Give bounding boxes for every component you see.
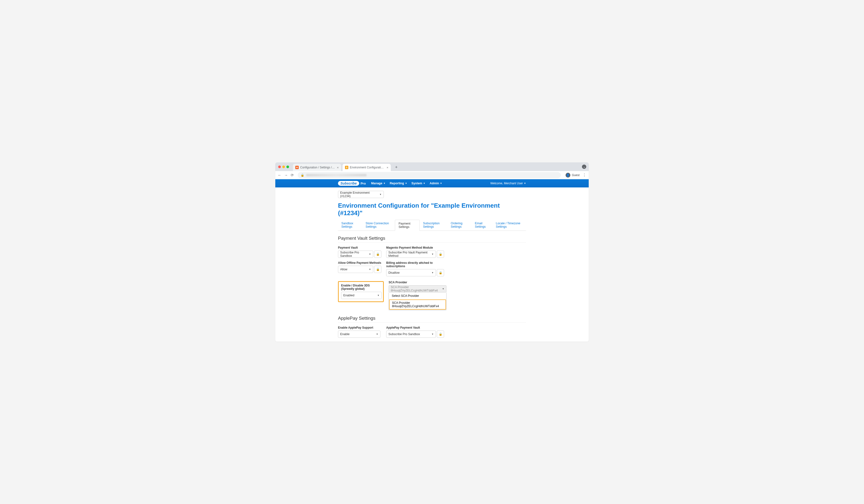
- section-applepay: ApplePay Settings: [338, 316, 526, 323]
- lock-icon: 🔒: [439, 271, 442, 274]
- maximize-window-icon[interactable]: [286, 165, 289, 168]
- sca-option-selected[interactable]: SCA Provider 8HsuqlZVyZELCcgHdhUWTddiFx4: [389, 299, 446, 310]
- lock-button[interactable]: 🔒: [437, 331, 444, 338]
- window-controls: [278, 165, 289, 168]
- back-button[interactable]: ←: [278, 173, 281, 177]
- browser-window: M Configuration / Settings / Stor… × S E…: [275, 162, 589, 342]
- label-payment-vault: Payment Vault: [338, 246, 381, 249]
- chevron-down-icon: ▼: [432, 253, 434, 255]
- lock-button[interactable]: 🔒: [374, 266, 381, 273]
- url-obscured: [306, 174, 367, 176]
- highlight-3ds: Enable / Disable 3DS (Spreedly global) E…: [338, 281, 384, 302]
- profile-label: Guest: [572, 173, 579, 177]
- lock-icon: 🔒: [439, 332, 442, 336]
- chevron-down-icon: ▼: [405, 182, 407, 185]
- lock-button[interactable]: 🔒: [374, 250, 381, 258]
- tab-locale[interactable]: Locale / Timezone Settings: [492, 220, 526, 231]
- address-bar: ← → ⟳ 🔒 👤 Guest ⋮: [275, 171, 589, 179]
- label-magento-module: Magento Payment Method Module: [386, 246, 444, 249]
- tab-email[interactable]: Email Settings: [471, 220, 492, 231]
- page-body: Example Environment (#1234)▼ Environment…: [275, 187, 589, 342]
- menu-manage[interactable]: Manage▼: [371, 182, 385, 185]
- label-billing: Billing address directly attched to subs…: [386, 261, 444, 268]
- chevron-down-icon: ▼: [432, 271, 434, 274]
- label-applepay-enable: Enable ApplePay Support: [338, 326, 381, 329]
- tab-payment[interactable]: Payment Settings: [395, 220, 420, 231]
- settings-tabs: Sandbox Settings Store Connection Settin…: [338, 220, 526, 231]
- section-payment-vault: Payment Vault Settings: [338, 236, 526, 243]
- minimize-window-icon[interactable]: [282, 165, 285, 168]
- chevron-down-icon: ▼: [376, 333, 378, 335]
- label-3ds: Enable / Disable 3DS (Spreedly global): [341, 284, 381, 291]
- label-sca-provider: SCA Provider: [388, 281, 446, 284]
- chevron-down-icon: ▼: [383, 182, 385, 185]
- url-field[interactable]: 🔒: [298, 172, 561, 178]
- tab-title: Configuration / Settings / Stor…: [300, 166, 335, 169]
- sca-provider-select[interactable]: SCA Provider 8HsuqlZVyZELCcgHdhUWTddiFx4…: [388, 285, 446, 293]
- sca-option[interactable]: Select SCA Provider: [389, 293, 446, 299]
- tab-subscription[interactable]: Subscription Settings: [420, 220, 447, 231]
- tab-sandbox[interactable]: Sandbox Settings: [338, 220, 362, 231]
- lock-button[interactable]: 🔒: [437, 250, 444, 258]
- new-tab-button[interactable]: +: [393, 164, 399, 170]
- payment-vault-select[interactable]: Subscribe Pro Sandbox▼: [338, 250, 373, 258]
- chevron-down-icon: ▼: [524, 182, 526, 185]
- brand-logo: Subscribe: [338, 181, 359, 186]
- close-window-icon[interactable]: [278, 165, 281, 168]
- menu-reporting[interactable]: Reporting▼: [390, 182, 407, 185]
- lock-icon: 🔒: [439, 253, 442, 256]
- reload-button[interactable]: ⟳: [291, 173, 294, 177]
- applepay-vault-select[interactable]: Subscribe Pro Sandbox▼: [386, 331, 436, 338]
- browser-menu-icon[interactable]: ⋮: [583, 174, 586, 176]
- chevron-down-icon: ▼: [380, 193, 382, 196]
- browser-tab-magento[interactable]: M Configuration / Settings / Stor… ×: [293, 164, 341, 171]
- profile-badge[interactable]: 👤 Guest: [566, 173, 579, 177]
- magento-module-select[interactable]: Subscribe Pro Vault Payment Method▼: [386, 250, 436, 258]
- main-menu: Manage▼ Reporting▼ System▼ Admin▼: [371, 182, 442, 185]
- lock-icon: 🔒: [376, 253, 380, 256]
- chevron-down-icon: ▼: [442, 288, 444, 290]
- threeds-select[interactable]: Enabled▼: [341, 292, 382, 299]
- subscribepro-favicon-icon: S: [345, 166, 348, 169]
- menu-system[interactable]: System▼: [411, 182, 425, 185]
- chevron-down-icon: ▼: [369, 268, 371, 271]
- app-header: Subscribe Pro Manage▼ Reporting▼ System▼…: [275, 179, 589, 187]
- tab-store-connection[interactable]: Store Connection Settings: [362, 220, 395, 231]
- tab-overflow-icon[interactable]: ⌄: [582, 164, 586, 169]
- lock-icon: 🔒: [301, 173, 304, 177]
- close-tab-icon[interactable]: ×: [337, 166, 339, 169]
- menu-admin[interactable]: Admin▼: [430, 182, 442, 185]
- offline-select[interactable]: Allow▼: [338, 266, 373, 273]
- forward-button[interactable]: →: [284, 173, 288, 177]
- label-applepay-vault: ApplePay Payment Vault: [386, 326, 444, 329]
- lock-button[interactable]: 🔒: [437, 269, 444, 276]
- close-tab-icon[interactable]: ×: [386, 166, 388, 169]
- magento-favicon-icon: M: [295, 166, 299, 169]
- applepay-enable-select[interactable]: Enable▼: [338, 331, 381, 338]
- browser-tab-subscribepro[interactable]: S Environment Configuration for ×: [343, 164, 391, 171]
- tab-strip: M Configuration / Settings / Stor… × S E…: [275, 162, 589, 171]
- chevron-down-icon: ▼: [440, 182, 442, 185]
- avatar-icon: 👤: [566, 173, 571, 177]
- tab-ordering[interactable]: Ordering Settings: [447, 220, 471, 231]
- chevron-down-icon: ▼: [369, 253, 371, 255]
- chevron-down-icon: ▼: [432, 333, 434, 335]
- page-title: Environment Configuration for "Example E…: [338, 202, 526, 217]
- label-test-cc: Test Credit Card Number: [338, 341, 427, 342]
- lock-icon: 🔒: [376, 268, 380, 271]
- environment-selector[interactable]: Example Environment (#1234)▼: [338, 191, 384, 198]
- billing-select[interactable]: Disallow▼: [386, 269, 436, 276]
- sca-provider-dropdown: Select SCA Provider SCA Provider 8HsuqlZ…: [388, 293, 446, 310]
- chevron-down-icon: ▼: [377, 294, 380, 297]
- brand-suffix: Pro: [361, 182, 366, 185]
- tab-title: Environment Configuration for: [350, 166, 385, 169]
- label-offline: Allow Offline Payment Methods: [338, 261, 381, 265]
- chevron-down-icon: ▼: [423, 182, 425, 185]
- welcome-user[interactable]: Welcome, Merchant User▼: [490, 182, 526, 185]
